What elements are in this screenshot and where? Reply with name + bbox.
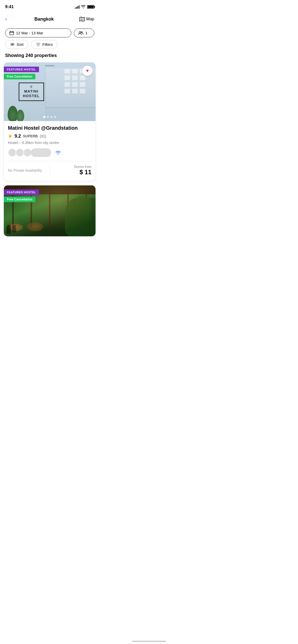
map-button[interactable]: Map <box>79 17 94 21</box>
filters-label: Filters <box>43 42 53 47</box>
card-image-1: ▽ MATINIHOSTEL FEATURED HOSTEL Free Canc… <box>4 63 96 121</box>
rating-count: (31) <box>40 134 46 138</box>
card-body-1: Matini Hostel @Grandstation ★ 9.2 SUPERB… <box>4 121 96 181</box>
svg-rect-2 <box>10 32 14 35</box>
dorms-from-label: Dorms from <box>74 165 91 169</box>
page-title: Bangkok <box>34 17 54 22</box>
star-icon: ★ <box>8 133 12 139</box>
avatar-2 <box>16 148 24 157</box>
rating-number: 9.2 <box>15 134 21 139</box>
guests-icon <box>78 31 83 35</box>
avatar-3 <box>23 148 32 157</box>
wifi-amenity-icon <box>55 150 61 155</box>
free-cancellation-badge-2: Free Cancellation <box>4 197 35 202</box>
card-image-2: FEATURED HOSTEL Free Cancellation <box>4 185 96 236</box>
favorite-button[interactable]: ♥ <box>82 66 92 76</box>
filters-chip[interactable]: Filters <box>31 40 58 49</box>
heart-icon: ♥ <box>86 68 89 74</box>
no-private-label: No Private Availability <box>8 165 50 176</box>
property-separator: – <box>19 141 22 145</box>
avatar-pill <box>31 148 51 157</box>
guest-count-chip[interactable]: 1 <box>74 28 94 37</box>
filter-row-dates-guests: 12 Mar - 13 Mar 1 <box>5 28 94 37</box>
dorm-price: Dorms from $ 11 <box>50 165 92 176</box>
date-range-label: 12 Mar - 13 Mar <box>16 31 43 35</box>
dot-3 <box>50 116 52 118</box>
signal-icon <box>75 5 79 9</box>
property-name: Matini Hostel @Grandstation <box>8 125 91 131</box>
filters-icon <box>36 43 40 46</box>
status-icons <box>75 5 94 9</box>
image-carousel-dots <box>43 116 56 118</box>
price-section: No Private Availability Dorms from $ 11 <box>8 161 91 176</box>
featured-hostel-badge-2: FEATURED HOSTEL <box>4 189 39 195</box>
filter-row-sort-filters: Sort Filters <box>5 40 94 49</box>
drag-handle <box>45 65 54 66</box>
property-distance: 6.35km from city centre <box>22 141 59 145</box>
calendar-icon <box>9 31 14 35</box>
property-card-1[interactable]: ▽ MATINIHOSTEL FEATURED HOSTEL Free Canc… <box>4 62 96 181</box>
dot-2 <box>47 116 49 118</box>
free-cancellation-badge: Free Cancellation <box>4 74 35 79</box>
showing-count: Showing 240 properties <box>0 52 99 62</box>
avatar-1 <box>8 148 17 157</box>
sort-chip[interactable]: Sort <box>5 40 29 49</box>
map-label: Map <box>86 17 94 21</box>
svg-point-6 <box>79 31 81 33</box>
sort-icon <box>10 42 15 47</box>
rating-label: SUPERB <box>23 134 38 138</box>
battery-icon <box>87 5 94 9</box>
back-button[interactable]: ‹ <box>5 15 9 23</box>
featured-hostel-badge: FEATURED HOSTEL <box>4 67 39 72</box>
guest-count-label: 1 <box>85 31 87 35</box>
status-bar: 9:41 <box>0 0 99 13</box>
sort-label: Sort <box>17 42 24 47</box>
dot-4 <box>54 116 56 118</box>
status-time: 9:41 <box>5 4 14 9</box>
property-meta: Hostel – 6.35km from city centre <box>8 141 91 145</box>
svg-point-7 <box>81 32 83 33</box>
dorm-price-amount: $ 11 <box>79 169 91 176</box>
rating-row: ★ 9.2 SUPERB (31) <box>8 133 91 139</box>
filter-bar: 12 Mar - 13 Mar 1 <box>0 26 99 52</box>
map-icon <box>79 17 85 21</box>
property-type: Hostel <box>8 141 18 145</box>
amenity-avatars <box>8 148 91 157</box>
header: ‹ Bangkok Map <box>0 13 99 26</box>
dot-1 <box>43 116 45 118</box>
date-range-chip[interactable]: 12 Mar - 13 Mar <box>5 28 71 37</box>
property-card-2[interactable]: FEATURED HOSTEL Free Cancellation <box>4 185 96 237</box>
wifi-status-icon <box>81 5 86 9</box>
